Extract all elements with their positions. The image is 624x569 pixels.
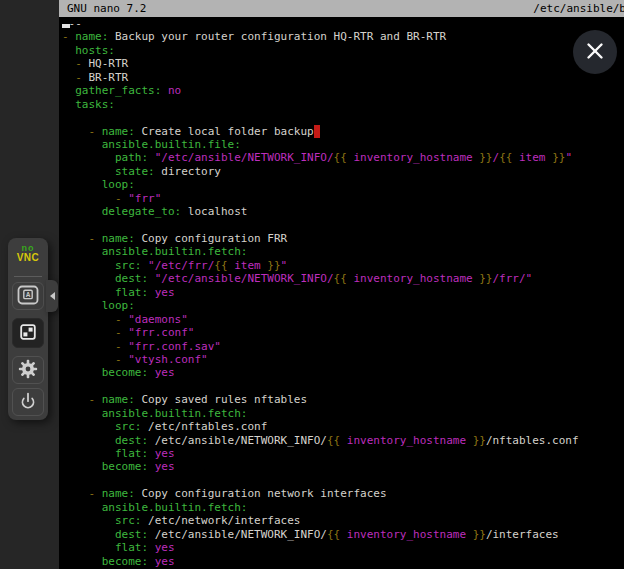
chevron-left-icon bbox=[50, 292, 55, 300]
disconnect-button[interactable] bbox=[12, 388, 44, 416]
control-bar-collapse-handle[interactable] bbox=[46, 280, 58, 312]
novnc-control-bar: no VNC A bbox=[8, 238, 48, 420]
code-line: loop: bbox=[62, 178, 624, 191]
code-line: state: directory bbox=[62, 165, 624, 178]
code-line bbox=[62, 380, 624, 393]
fullscreen-button[interactable] bbox=[12, 318, 44, 348]
code-line: ansible.builtin.fetch: bbox=[62, 501, 624, 514]
code-line: flat: yes bbox=[62, 541, 624, 554]
code-line bbox=[62, 474, 624, 487]
code-line: - HQ-RTR bbox=[62, 57, 624, 70]
nano-titlebar: GNU nano 7.2 /etc/ansible/b bbox=[59, 0, 624, 17]
code-line: become: yes bbox=[62, 555, 624, 568]
code-line: delegate_to: localhost bbox=[62, 205, 624, 218]
settings-button[interactable] bbox=[12, 356, 44, 384]
code-line: - "frr" bbox=[62, 192, 624, 205]
clipboard-button[interactable]: A bbox=[12, 282, 44, 310]
code-line: - BR-RTR bbox=[62, 71, 624, 84]
code-line: ansible.builtin.fetch: bbox=[62, 407, 624, 420]
svg-text:A: A bbox=[26, 290, 31, 297]
code-line: - name: Copy configuration network inter… bbox=[62, 487, 624, 500]
code-line: flat: yes bbox=[62, 286, 624, 299]
code-line: - name: Create local folder backup bbox=[62, 125, 624, 138]
control-bar-divider bbox=[14, 276, 42, 277]
stray-cursor-mark bbox=[62, 24, 70, 28]
code-line: - "vtysh.conf" bbox=[62, 353, 624, 366]
code-line: - "frr.conf" bbox=[62, 326, 624, 339]
editor-content[interactable]: ---- name: Backup your router configurat… bbox=[59, 17, 624, 569]
code-line: flat: yes bbox=[62, 447, 624, 460]
code-line bbox=[62, 111, 624, 124]
code-line: - "daemons" bbox=[62, 313, 624, 326]
novnc-logo-vnc: VNC bbox=[8, 253, 48, 262]
power-icon bbox=[18, 391, 38, 414]
code-line: src: "/etc/frr/{{ item }}" bbox=[62, 259, 624, 272]
code-line: src: /etc/network/interfaces bbox=[62, 514, 624, 527]
screen: no VNC A bbox=[0, 0, 624, 569]
code-line: hosts: bbox=[62, 44, 624, 57]
code-line bbox=[62, 219, 624, 232]
nano-version-label: GNU nano 7.2 bbox=[67, 0, 146, 17]
novnc-logo: no VNC bbox=[8, 244, 48, 262]
code-line: path: "/etc/ansible/NETWORK_INFO/{{ inve… bbox=[62, 151, 624, 164]
code-line: gather_facts: no bbox=[62, 84, 624, 97]
terminal-window[interactable]: GNU nano 7.2 /etc/ansible/b ---- name: B… bbox=[59, 0, 624, 569]
nano-file-path: /etc/ansible/b bbox=[533, 0, 624, 17]
code-line: src: /etc/nftables.conf bbox=[62, 420, 624, 433]
close-button[interactable] bbox=[573, 30, 617, 74]
code-line: --- bbox=[62, 17, 624, 30]
code-line: - name: Backup your router configuration… bbox=[62, 30, 624, 43]
code-line: ansible.builtin.fetch: bbox=[62, 245, 624, 258]
gear-icon bbox=[18, 359, 38, 382]
close-icon bbox=[573, 29, 617, 76]
code-line: tasks: bbox=[62, 98, 624, 111]
code-line: loop: bbox=[62, 299, 624, 312]
fullscreen-icon bbox=[19, 323, 37, 344]
code-line: ansible.builtin.file: bbox=[62, 138, 624, 151]
code-line: - name: Copy saved rules nftables bbox=[62, 393, 624, 406]
code-line: - name: Copy configuration FRR bbox=[62, 232, 624, 245]
code-line: become: yes bbox=[62, 366, 624, 379]
code-line: dest: "/etc/ansible/NETWORK_INFO/{{ inve… bbox=[62, 272, 624, 285]
clipboard-icon: A bbox=[17, 285, 39, 308]
code-line: - "frr.conf.sav" bbox=[62, 340, 624, 353]
code-line: dest: /etc/ansible/NETWORK_INFO/{{ inven… bbox=[62, 528, 624, 541]
code-line: dest: /etc/ansible/NETWORK_INFO/{{ inven… bbox=[62, 434, 624, 447]
code-line: become: yes bbox=[62, 460, 624, 473]
